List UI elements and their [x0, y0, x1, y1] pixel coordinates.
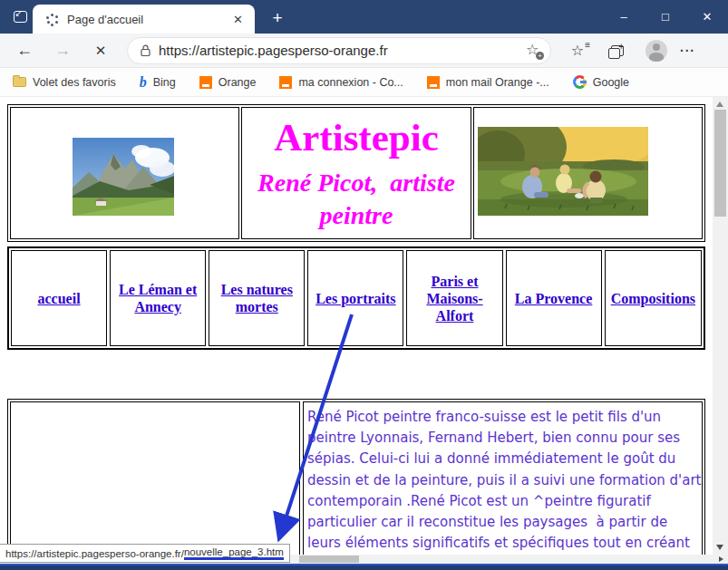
favorite-item-mon-mail[interactable]: mon mail Orange -...	[427, 76, 549, 89]
favorite-item-volet[interactable]: Volet des favoris	[13, 76, 116, 89]
header-cell-left	[10, 107, 239, 239]
page-content: Artistepic René Picot, artistepeintre	[0, 97, 728, 564]
site-subtitle: René Picot, artistepeintre	[242, 167, 470, 232]
article-line: contemporain .René Picot est un ^peintre…	[307, 491, 700, 512]
tab-title: Page d'accueil	[67, 13, 228, 26]
favorite-item-google[interactable]: Google	[573, 75, 629, 89]
article-line: leurs éléments significatifs et spécifiq…	[307, 533, 700, 554]
stop-button[interactable]: ✕	[87, 37, 114, 64]
nav-item-provence[interactable]: La Provence	[506, 250, 602, 346]
vertical-scrollbar-thumb[interactable]	[714, 110, 726, 217]
orange-icon	[199, 76, 212, 89]
window-bottom-edge	[0, 564, 728, 570]
collections-icon[interactable]	[604, 37, 631, 64]
article-line: dessin et de la peinture, puis il a suiv…	[307, 470, 700, 491]
article-line: peintre Lyonnais, Fernand Hebert, bien c…	[307, 428, 700, 449]
add-favorite-icon[interactable]: ☆	[526, 43, 541, 58]
header-cell-right	[473, 107, 703, 239]
nav-item-compositions[interactable]: Compositions	[605, 250, 702, 346]
favorite-item-ma-connexion[interactable]: ma connexion - Co...	[279, 76, 403, 89]
mountain-photo	[73, 138, 174, 216]
header-table: Artistepic René Picot, artistepeintre	[7, 104, 705, 242]
favorite-item-orange[interactable]: Orange	[199, 76, 257, 89]
nav-item-paris-maisons-alfort[interactable]: Paris et Maisons-Alfort	[406, 250, 502, 346]
nav-table: accueil Le Léman et Annecy Les natures m…	[7, 246, 705, 350]
bottom-table: René Picot peintre franco-suisse est le …	[7, 399, 705, 564]
title-bar: Page d'accueil ✕ + – □ ✕	[0, 0, 728, 34]
scroll-right-icon[interactable]	[719, 556, 723, 562]
address-bar[interactable]: https://artistepic.pagesperso-orange.fr …	[127, 37, 551, 64]
bing-icon: b	[140, 76, 147, 89]
window-controls: – □ ✕	[603, 0, 728, 34]
nav-item-accueil[interactable]: accueil	[11, 250, 107, 346]
browser-window: Page d'accueil ✕ + – □ ✕ ← → ✕ https://a…	[0, 0, 728, 570]
tab-close-icon[interactable]: ✕	[228, 11, 248, 28]
lock-icon	[141, 44, 150, 56]
nav-item-natures-mortes[interactable]: Les natures mortes	[209, 250, 305, 346]
status-popup: https://artistepic.pagesperso-orange.fr/…	[0, 544, 290, 563]
folder-icon	[13, 77, 26, 87]
bottom-cell-empty	[10, 401, 300, 564]
scroll-down-icon[interactable]	[716, 545, 723, 550]
url-text[interactable]: https://artistepic.pagesperso-orange.fr	[159, 43, 526, 58]
favorites-hub-icon[interactable]: ☆	[564, 37, 591, 64]
workspaces-icon[interactable]	[9, 6, 31, 26]
orange-icon	[427, 76, 440, 89]
status-url-link-part: nouvelle_page_3.htm	[184, 546, 284, 560]
profile-avatar[interactable]	[645, 40, 667, 62]
scroll-up-icon[interactable]	[716, 101, 723, 107]
nav-item-leman-annecy[interactable]: Le Léman et Annecy	[110, 250, 206, 346]
status-url-prefix: https://artistepic.pagesperso-orange.fr/	[5, 548, 184, 559]
close-button[interactable]: ✕	[686, 0, 728, 34]
google-icon	[573, 75, 587, 89]
vertical-scrollbar[interactable]	[713, 97, 728, 555]
site-title: Artistepic	[242, 115, 470, 159]
forward-button[interactable]: →	[49, 37, 76, 64]
favorites-bar: Volet des favoris b Bing Orange ma conne…	[0, 68, 728, 97]
article-line: René Picot peintre franco-suisse est le …	[307, 407, 700, 428]
children-painting	[478, 127, 648, 216]
toolbar: ← → ✕ https://artistepic.pagesperso-oran…	[0, 34, 728, 68]
back-button[interactable]: ←	[11, 37, 38, 64]
settings-menu-icon[interactable]: ···	[680, 43, 695, 58]
maximize-button[interactable]: □	[645, 0, 686, 34]
horizontal-scrollbar-thumb[interactable]	[299, 556, 359, 563]
favorite-item-bing[interactable]: b Bing	[140, 76, 176, 89]
nav-item-portraits[interactable]: Les portraits	[307, 250, 403, 346]
new-tab-button[interactable]: +	[265, 5, 290, 31]
tab-favicon	[45, 13, 58, 25]
orange-icon	[279, 76, 292, 89]
browser-tab[interactable]: Page d'accueil ✕	[33, 5, 255, 34]
article-text-cell: René Picot peintre franco-suisse est le …	[303, 401, 703, 564]
header-cell-title: Artistepic René Picot, artistepeintre	[241, 107, 471, 239]
article-line: sépias. Celui-ci lui a donné immédiateme…	[307, 449, 700, 469]
article-line: particulier car il reconstitue les paysa…	[307, 512, 700, 533]
minimize-button[interactable]: –	[603, 0, 645, 34]
